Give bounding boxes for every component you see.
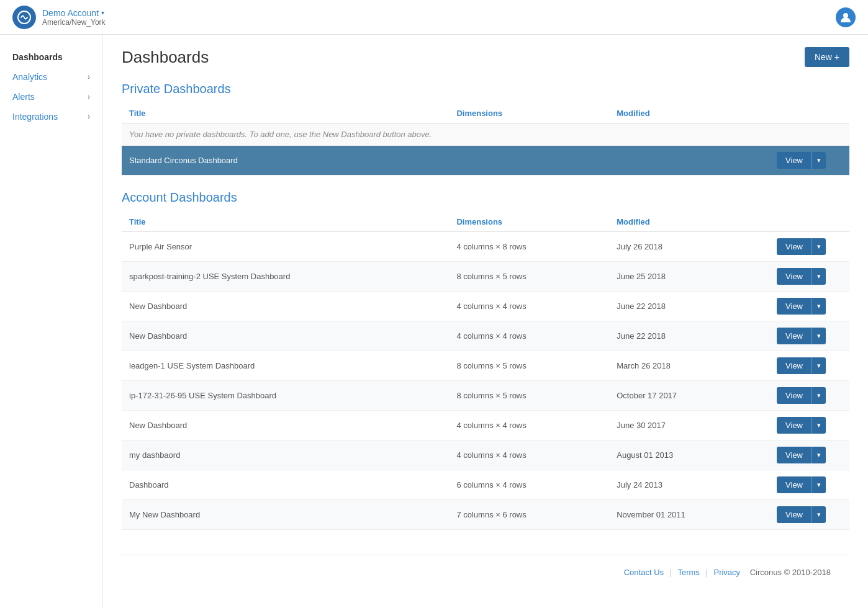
row-dimensions: 4 columns × 4 rows — [449, 321, 609, 351]
view-dropdown-button[interactable]: ▾ — [811, 476, 826, 493]
row-title: My New Dashboard — [122, 500, 449, 530]
footer-contact-link[interactable]: Contact Us — [624, 568, 664, 577]
view-btn-group: View ▾ — [777, 506, 842, 523]
view-dropdown-button[interactable]: ▾ — [811, 387, 826, 404]
row-action: View ▾ — [769, 351, 849, 381]
private-dashboards-section: Private Dashboards Title Dimensions Modi… — [122, 82, 849, 176]
page-title: Dashboards — [122, 48, 209, 67]
view-button[interactable]: View — [777, 476, 811, 493]
view-dropdown-button[interactable]: ▾ — [811, 506, 826, 523]
alerts-arrow-icon: › — [88, 92, 90, 101]
main-content: Dashboards New + Private Dashboards Titl… — [102, 35, 868, 608]
sidebar-item-dashboards[interactable]: Dashboards — [0, 47, 102, 67]
footer-sep-2: | — [705, 568, 707, 577]
table-row: leadgen-1 USE System Dashboard 8 columns… — [122, 351, 849, 381]
standard-dashboard-action: View ▾ — [769, 146, 849, 176]
row-dimensions: 4 columns × 4 rows — [449, 292, 609, 321]
row-modified: November 01 2011 — [609, 500, 769, 530]
row-action: View ▾ — [769, 381, 849, 411]
new-dashboard-button[interactable]: New + — [805, 47, 849, 67]
footer-privacy-link[interactable]: Privacy — [713, 568, 740, 577]
col-header-modified[interactable]: Modified — [609, 104, 769, 123]
standard-dashboard-row: Standard Circonus Dashboard View ▾ — [122, 146, 849, 176]
view-dropdown-button[interactable]: ▾ — [811, 298, 826, 315]
row-modified: June 22 2018 — [609, 321, 769, 351]
main-layout: Dashboards Analytics › Alerts › Integrat… — [0, 35, 868, 608]
view-button[interactable]: View — [777, 387, 811, 404]
row-modified: June 22 2018 — [609, 292, 769, 321]
acct-col-header-title: Title — [122, 212, 449, 232]
view-btn-group: View ▾ — [777, 238, 842, 255]
row-modified: August 01 2013 — [609, 440, 769, 470]
account-dashboards-table: Title Dimensions Modified Purple Air Sen… — [122, 212, 849, 530]
header-left: Demo Account ▾ America/New_York — [12, 6, 106, 29]
row-title: Purple Air Sensor — [122, 232, 449, 262]
app-logo[interactable] — [12, 6, 36, 29]
row-action: View ▾ — [769, 262, 849, 292]
view-dropdown-button[interactable]: ▾ — [811, 357, 826, 374]
row-action: View ▾ — [769, 411, 849, 440]
row-modified: June 25 2018 — [609, 262, 769, 292]
footer-terms-link[interactable]: Terms — [677, 568, 699, 577]
view-dropdown-button[interactable]: ▾ — [811, 328, 826, 344]
sidebar-item-analytics[interactable]: Analytics › — [0, 67, 102, 87]
private-dashboards-table: Title Dimensions Modified You have no pr… — [122, 104, 849, 176]
page-footer: Contact Us | Terms | Privacy Circonus © … — [122, 555, 849, 589]
row-action: View ▾ — [769, 292, 849, 321]
row-dimensions: 6 columns × 4 rows — [449, 470, 609, 500]
view-btn-group: View ▾ — [777, 476, 842, 493]
view-btn-group: View ▾ — [777, 357, 842, 374]
account-name[interactable]: Demo Account ▾ — [42, 8, 106, 18]
svg-point-1 — [843, 13, 848, 18]
view-button[interactable]: View — [777, 298, 811, 315]
acct-col-header-modified[interactable]: Modified — [609, 212, 769, 232]
account-info: Demo Account ▾ America/New_York — [42, 8, 106, 27]
user-avatar[interactable] — [836, 7, 856, 27]
standard-view-dropdown-button[interactable]: ▾ — [811, 152, 826, 169]
view-button[interactable]: View — [777, 328, 811, 344]
view-button[interactable]: View — [777, 357, 811, 374]
col-header-action — [769, 104, 849, 123]
view-dropdown-button[interactable]: ▾ — [811, 238, 826, 255]
account-dropdown-icon: ▾ — [101, 9, 104, 16]
table-row: My New Dashboard 7 columns × 6 rows Nove… — [122, 500, 849, 530]
row-action: View ▾ — [769, 470, 849, 500]
view-button[interactable]: View — [777, 506, 811, 523]
account-timezone: America/New_York — [42, 18, 106, 27]
view-button[interactable]: View — [777, 238, 811, 255]
row-title: Dashboard — [122, 470, 449, 500]
view-button[interactable]: View — [777, 447, 811, 463]
row-modified: July 24 2013 — [609, 470, 769, 500]
row-title: New Dashboard — [122, 411, 449, 440]
sidebar-item-integrations[interactable]: Integrations › — [0, 107, 102, 127]
account-dashboards-title: Account Dashboards — [122, 190, 849, 205]
sidebar-item-alerts[interactable]: Alerts › — [0, 87, 102, 107]
standard-view-button[interactable]: View — [777, 152, 811, 169]
view-btn-group: View ▾ — [777, 328, 842, 344]
standard-view-btn-group: View ▾ — [777, 152, 842, 169]
row-title: leadgen-1 USE System Dashboard — [122, 351, 449, 381]
view-dropdown-button[interactable]: ▾ — [811, 417, 826, 434]
row-action: View ▾ — [769, 232, 849, 262]
private-empty-message: You have no private dashboards. To add o… — [122, 123, 849, 146]
acct-col-header-action — [769, 212, 849, 232]
view-button[interactable]: View — [777, 417, 811, 434]
row-title: my dashbaord — [122, 440, 449, 470]
row-dimensions: 7 columns × 6 rows — [449, 500, 609, 530]
standard-dashboard-title: Standard Circonus Dashboard — [122, 146, 769, 176]
view-button[interactable]: View — [777, 268, 811, 285]
table-row: New Dashboard 4 columns × 4 rows June 22… — [122, 292, 849, 321]
view-dropdown-button[interactable]: ▾ — [811, 268, 826, 285]
row-title: sparkpost-training-2 USE System Dashboar… — [122, 262, 449, 292]
row-modified: June 30 2017 — [609, 411, 769, 440]
sidebar: Dashboards Analytics › Alerts › Integrat… — [0, 35, 102, 608]
row-dimensions: 8 columns × 5 rows — [449, 262, 609, 292]
row-title: New Dashboard — [122, 292, 449, 321]
row-title: ip-172-31-26-95 USE System Dashboard — [122, 381, 449, 411]
row-dimensions: 4 columns × 4 rows — [449, 440, 609, 470]
row-action: View ▾ — [769, 500, 849, 530]
view-btn-group: View ▾ — [777, 447, 842, 463]
row-dimensions: 8 columns × 5 rows — [449, 351, 609, 381]
view-btn-group: View ▾ — [777, 298, 842, 315]
view-dropdown-button[interactable]: ▾ — [811, 447, 826, 463]
